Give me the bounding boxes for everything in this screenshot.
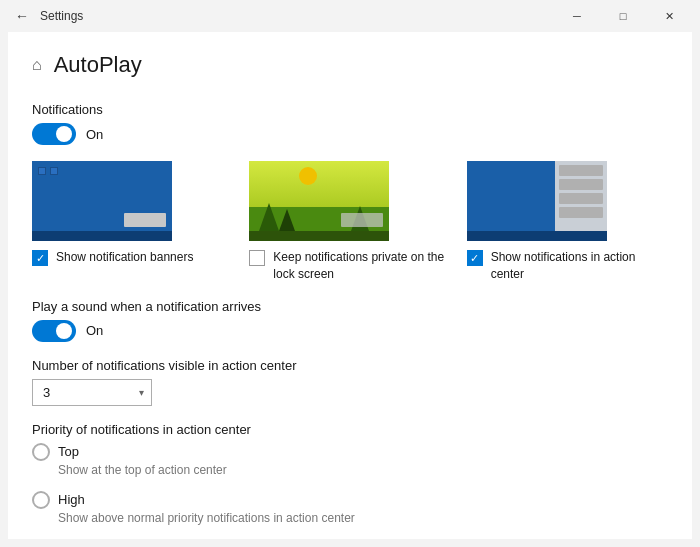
preview-item-lockscreen: Keep notifications private on the lock s… bbox=[249, 161, 450, 283]
preview-img-lockscreen bbox=[249, 161, 389, 241]
sound-toggle-label: On bbox=[86, 323, 103, 338]
radio-item-top: Top Show at the top of action center bbox=[32, 443, 668, 477]
sound-toggle[interactable] bbox=[32, 320, 76, 342]
radio-high[interactable] bbox=[32, 491, 50, 509]
checkbox-label-banners: Show notification banners bbox=[56, 249, 193, 266]
checkbox-label-actioncenter: Show notifications in action center bbox=[491, 249, 668, 283]
checkbox-row-lockscreen: Keep notifications private on the lock s… bbox=[249, 249, 450, 283]
preview-options-row: Show notification banners Keep no bbox=[32, 161, 668, 283]
radio-sublabel-top: Show at the top of action center bbox=[58, 463, 668, 477]
radio-row-high: High bbox=[32, 491, 668, 509]
sound-label: Play a sound when a notification arrives bbox=[32, 299, 668, 314]
checkbox-row-banners: Show notification banners bbox=[32, 249, 193, 266]
number-label: Number of notifications visible in actio… bbox=[32, 358, 668, 373]
titlebar: ← Settings ─ □ ✕ bbox=[0, 0, 700, 32]
radio-label-high: High bbox=[58, 492, 85, 507]
radio-label-top: Top bbox=[58, 444, 79, 459]
checkbox-lockscreen[interactable] bbox=[249, 250, 265, 266]
radio-row-top: Top bbox=[32, 443, 668, 461]
notifications-toggle-label: On bbox=[86, 127, 103, 142]
preview-item-banners: Show notification banners bbox=[32, 161, 233, 283]
minimize-button[interactable]: ─ bbox=[554, 0, 600, 32]
notifications-toggle[interactable] bbox=[32, 123, 76, 145]
priority-radio-group: Top Show at the top of action center Hig… bbox=[32, 443, 668, 539]
number-dropdown[interactable]: 1 3 5 10 20 bbox=[32, 379, 152, 406]
notifications-toggle-row: On bbox=[32, 123, 668, 145]
titlebar-title: Settings bbox=[40, 9, 554, 23]
priority-label: Priority of notifications in action cent… bbox=[32, 422, 668, 437]
maximize-button[interactable]: □ bbox=[600, 0, 646, 32]
sound-toggle-row: On bbox=[32, 320, 668, 342]
radio-sublabel-high: Show above normal priority notifications… bbox=[58, 511, 668, 525]
checkbox-banners[interactable] bbox=[32, 250, 48, 266]
preview-item-actioncenter: Show notifications in action center bbox=[467, 161, 668, 283]
main-content: ⌂ AutoPlay Notifications On bbox=[8, 32, 692, 539]
notifications-label: Notifications bbox=[32, 102, 668, 117]
close-button[interactable]: ✕ bbox=[646, 0, 692, 32]
titlebar-controls: ─ □ ✕ bbox=[554, 0, 692, 32]
number-dropdown-wrap: 1 3 5 10 20 ▾ bbox=[32, 379, 152, 406]
radio-top[interactable] bbox=[32, 443, 50, 461]
checkbox-label-lockscreen: Keep notifications private on the lock s… bbox=[273, 249, 450, 283]
home-icon[interactable]: ⌂ bbox=[32, 56, 42, 74]
back-button[interactable]: ← bbox=[8, 2, 36, 30]
checkbox-actioncenter[interactable] bbox=[467, 250, 483, 266]
radio-item-high: High Show above normal priority notifica… bbox=[32, 491, 668, 525]
preview-img-actioncenter bbox=[467, 161, 607, 241]
checkbox-row-actioncenter: Show notifications in action center bbox=[467, 249, 668, 283]
preview-img-banners bbox=[32, 161, 172, 241]
page-title: AutoPlay bbox=[54, 52, 142, 78]
page-header: ⌂ AutoPlay bbox=[32, 52, 668, 78]
